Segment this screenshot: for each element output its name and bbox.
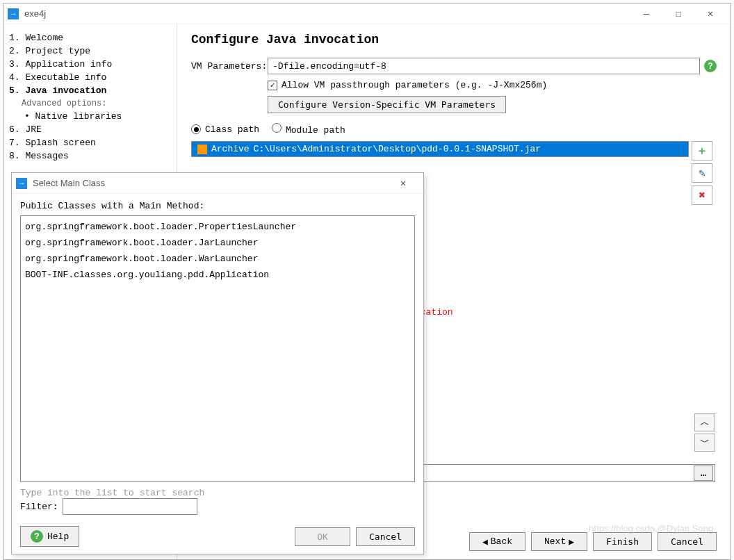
- path-type-row: Class path Module path: [191, 123, 717, 135]
- sidebar-item-native-libraries[interactable]: • Native libraries: [9, 110, 171, 123]
- sidebar-advanced-options: Advanced options:: [9, 97, 171, 110]
- passthrough-label: Allow VM passthrough parameters (e.g. -J…: [282, 80, 547, 90]
- add-button[interactable]: ＋: [692, 141, 712, 160]
- minimize-icon[interactable]: —: [630, 3, 662, 24]
- wizard-footer: ◀ Back Next ▶ Finish Cancel: [469, 532, 717, 551]
- dialog-close-icon[interactable]: ✕: [387, 173, 419, 194]
- ok-button[interactable]: OK: [295, 527, 350, 546]
- dialog-subtitle: Public Classes with a Main Method:: [20, 201, 415, 211]
- reorder-arrows: ︿ ﹀: [694, 413, 715, 452]
- delete-button[interactable]: ✖: [692, 186, 712, 205]
- help-button[interactable]: ? Help: [20, 526, 79, 547]
- finish-button[interactable]: Finish: [593, 532, 652, 551]
- back-button[interactable]: ◀ Back: [469, 532, 525, 551]
- main-class-list[interactable]: org.springframework.boot.loader.Properti…: [20, 215, 415, 482]
- page-heading: Configure Java invocation: [191, 33, 717, 47]
- archive-icon: [197, 145, 207, 154]
- help-icon: ?: [31, 530, 43, 543]
- classpath-list[interactable]: Archive C:\Users\Administrator\Desktop\p…: [191, 141, 689, 157]
- main-titlebar: exe4j — ☐ ✕: [3, 3, 731, 24]
- select-main-class-dialog: Select Main Class ✕ Public Classes with …: [11, 172, 424, 554]
- search-hint: Type into the list to start search: [20, 488, 415, 498]
- dialog-cancel-button[interactable]: Cancel: [356, 527, 415, 546]
- watermark: https://blog.csdn.@Dylan.Song: [589, 523, 713, 534]
- help-icon[interactable]: ?: [704, 60, 717, 72]
- passthrough-checkbox[interactable]: ✓: [268, 81, 277, 90]
- move-down-icon[interactable]: ﹀: [694, 434, 715, 452]
- module-path-radio[interactable]: Module path: [272, 123, 345, 135]
- class-path-radio[interactable]: Class path: [191, 124, 259, 135]
- archive-entry[interactable]: Archive C:\Users\Administrator\Desktop\p…: [192, 142, 688, 156]
- dialog-footer: ? Help OK Cancel: [20, 522, 415, 547]
- sidebar-item-welcome[interactable]: 1. Welcome: [9, 31, 171, 44]
- classpath-side-buttons: ＋ ✎ ✖: [692, 141, 715, 205]
- sidebar-item-application-info[interactable]: 3. Application info: [9, 58, 171, 71]
- move-up-icon[interactable]: ︿: [694, 413, 715, 431]
- vm-params-input[interactable]: [268, 58, 700, 74]
- filter-row: Filter: 🔍: [20, 498, 415, 515]
- filter-input[interactable]: [63, 498, 197, 515]
- maximize-icon[interactable]: ☐: [662, 3, 694, 24]
- window-title: exe4j: [24, 8, 630, 19]
- sidebar-item-executable-info[interactable]: 4. Executable info: [9, 71, 171, 84]
- window-controls: — ☐ ✕: [630, 3, 726, 24]
- dialog-title: Select Main Class: [33, 178, 387, 188]
- class-item[interactable]: org.springframework.boot.loader.JarLaunc…: [24, 235, 411, 251]
- dialog-titlebar: Select Main Class ✕: [12, 173, 423, 194]
- sidebar-item-splash[interactable]: 7. Splash screen: [9, 136, 171, 149]
- sidebar-item-java-invocation[interactable]: 5. Java invocation: [9, 84, 171, 97]
- close-icon[interactable]: ✕: [694, 3, 726, 24]
- dialog-body: Public Classes with a Main Method: org.s…: [12, 194, 423, 554]
- app-icon: [8, 8, 19, 19]
- class-item[interactable]: BOOT-INF.classes.org.youliang.pdd.Applic…: [24, 267, 411, 283]
- class-item[interactable]: org.springframework.boot.loader.WarLaunc…: [24, 251, 411, 267]
- sidebar-item-messages[interactable]: 8. Messages: [9, 149, 171, 163]
- cancel-button[interactable]: Cancel: [658, 532, 717, 551]
- sidebar-item-project-type[interactable]: 2. Project type: [9, 44, 171, 58]
- sidebar-item-jre[interactable]: 6. JRE: [9, 123, 171, 136]
- archive-label: Archive: [211, 144, 250, 154]
- passthrough-row[interactable]: ✓ Allow VM passthrough parameters (e.g. …: [268, 80, 717, 90]
- dialog-icon: [16, 178, 27, 189]
- browse-button[interactable]: …: [694, 466, 713, 481]
- vm-params-label: VM Parameters:: [191, 61, 268, 72]
- archive-path: C:\Users\Administrator\Desktop\pdd-0.0.1…: [254, 144, 541, 154]
- config-version-vm-button[interactable]: Configure Version-Specific VM Parameters: [268, 96, 506, 113]
- edit-button[interactable]: ✎: [692, 163, 712, 183]
- class-item[interactable]: org.springframework.boot.loader.Properti…: [24, 219, 411, 235]
- vm-params-row: VM Parameters: ?: [191, 58, 717, 74]
- next-button[interactable]: Next ▶: [531, 532, 587, 551]
- filter-label: Filter:: [20, 502, 58, 512]
